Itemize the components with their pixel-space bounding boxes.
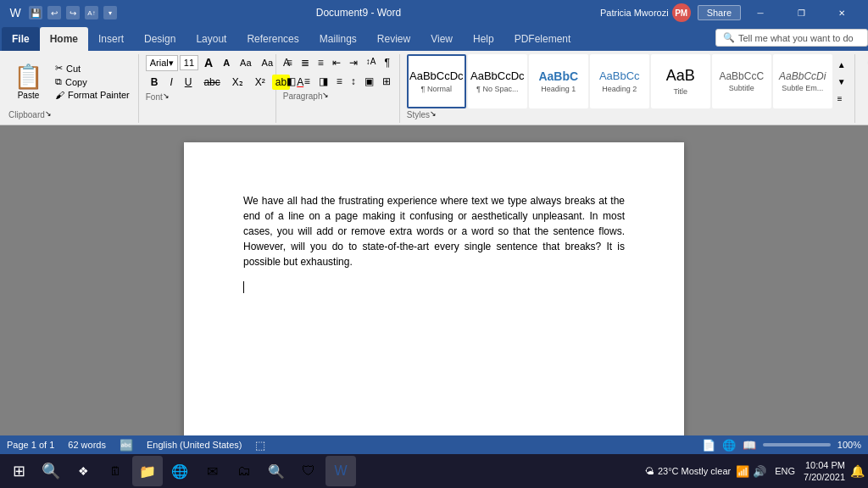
line-spacing-button[interactable]: ↕ [348,73,359,90]
paragraph-expand[interactable]: ↘ [322,91,329,99]
cut-button[interactable]: ✂ Cut [52,62,133,75]
tab-pdfelement[interactable]: PDFelement [504,27,581,51]
tab-home[interactable]: Home [40,27,88,51]
find-button[interactable]: 🔍 Find ▾ [862,57,868,72]
superscript-button[interactable]: X² [250,74,270,91]
network-icon[interactable]: 📶 [736,465,749,478]
view-web-icon[interactable]: 🌐 [722,439,736,452]
case-button[interactable]: Aa [258,56,277,69]
style-heading2[interactable]: AaBbCc Heading 2 [590,54,649,108]
style-scroll-more[interactable]: ≡ [836,92,848,105]
style-scroll-down[interactable]: ▼ [836,75,848,88]
document-page[interactable]: We have all had the frustrating experien… [184,142,684,435]
document-content[interactable]: We have all had the frustrating experien… [243,193,625,269]
replace-button[interactable]: ↔ Replace [862,74,868,89]
font-controls: Arial ▾ 11 A A Aa Aa A B I U abc X₂ X² a… [146,54,270,91]
increase-indent-button[interactable]: ⇥ [346,54,361,71]
font-expand[interactable]: ↘ [163,92,170,100]
subscript-button[interactable]: X₂ [227,74,248,91]
align-right-button[interactable]: ◨ [315,73,331,90]
autoformat-quickbtn[interactable]: A↑ [85,6,98,19]
style-normal[interactable]: AaBbCcDc ¶ Normal [407,54,466,108]
align-center-button[interactable]: ≡ [301,73,314,90]
paste-icon: 📋 [14,63,43,91]
font-grow-button[interactable]: A [200,54,217,71]
word-taskbar-button[interactable]: W [326,456,356,486]
view-read-icon[interactable]: 📖 [743,439,756,452]
style-scroll-up[interactable]: ▲ [836,58,848,71]
tell-me-box[interactable]: 🔍 Tell me what you want to do [715,29,868,47]
multilevel-button[interactable]: ≡ [314,54,327,71]
style-heading1[interactable]: AaBbC Heading 1 [529,54,588,108]
bold-button[interactable]: B [146,74,164,91]
style-subtitle[interactable]: AaBbCcC Subtitle [712,54,771,108]
strikethrough-button[interactable]: abc [198,74,225,91]
clipboard-expand[interactable]: ↘ [45,109,52,118]
redo-quickbtn[interactable]: ↪ [66,6,80,19]
quickaccess-more[interactable]: ▾ [103,6,117,19]
format-painter-button[interactable]: 🖌 Format Painter [52,89,133,101]
document-area[interactable]: We have all had the frustrating experien… [0,125,868,435]
start-button[interactable]: ⊞ [3,456,34,486]
tab-references[interactable]: References [236,27,309,51]
macro-icon: ⬚ [255,439,265,452]
search2-button[interactable]: 🔍 [261,456,292,486]
speaker-icon[interactable]: 🔊 [753,465,766,478]
select-button[interactable]: ⬚ Select ▾ [862,91,868,106]
paste-button[interactable]: 📋 Paste [8,61,48,102]
style-subtleemphasis[interactable]: AaBbCcDi Subtle Em... [773,54,832,108]
tab-help[interactable]: Help [463,27,504,51]
font-size-selector[interactable]: 11 [180,55,198,70]
bullets-button[interactable]: ≡ [283,54,296,71]
files-button[interactable]: 🗂 [229,456,259,486]
ribbon-tabs: File Home Insert Design Layout Reference… [0,25,868,51]
avatar[interactable]: PM [672,3,691,22]
notification-button[interactable]: 🔔 [850,464,865,478]
format-painter-icon: 🖌 [55,90,64,100]
tab-mailings[interactable]: Mailings [309,27,367,51]
mail-button[interactable]: ✉ [197,456,227,486]
tab-file[interactable]: File [2,27,40,51]
tab-review[interactable]: Review [367,27,420,51]
save-quickbtn[interactable]: 💾 [29,6,42,19]
align-left-button[interactable]: ◧ [283,73,299,90]
restore-button[interactable]: ❐ [782,0,821,25]
numbering-button[interactable]: ≣ [298,54,313,71]
font-shrink-button[interactable]: A [219,56,234,69]
language-button[interactable]: ENG [771,464,798,478]
underline-button[interactable]: U [180,74,198,91]
tab-layout[interactable]: Layout [186,27,236,51]
borders-button[interactable]: ⊞ [379,73,394,90]
decrease-indent-button[interactable]: ⇤ [329,54,344,71]
view-print-icon[interactable]: 📄 [702,439,715,452]
style-nospacing[interactable]: AaBbCcDc ¶ No Spac... [468,54,527,108]
font-name-selector[interactable]: Arial ▾ [146,55,178,71]
styles-expand[interactable]: ↘ [430,109,437,118]
tab-view[interactable]: View [420,27,463,51]
minimize-button[interactable]: ─ [741,0,780,25]
tab-design[interactable]: Design [134,27,186,51]
search-button[interactable]: 🔍 [36,456,66,486]
tab-insert[interactable]: Insert [88,27,134,51]
copy-button[interactable]: ⧉ Copy [52,75,133,88]
edge-button[interactable]: 🌐 [164,456,195,486]
shading-button[interactable]: ▣ [361,73,377,90]
taskview-button[interactable]: ❖ [68,456,98,486]
date-display: 7/20/2021 [804,471,845,483]
justify-button[interactable]: ≡ [333,73,346,90]
document-title: Document9 - Word [117,7,600,19]
cut-label: Cut [66,64,81,74]
explorer-button[interactable]: 📁 [132,456,163,486]
clear-format-button[interactable]: Aa [236,56,255,69]
italic-button[interactable]: I [164,74,177,91]
sort-button[interactable]: ↕A [363,54,380,71]
widgets-button[interactable]: 🗓 [100,456,131,486]
show-hide-button[interactable]: ¶ [381,54,392,71]
undo-quickbtn[interactable]: ↩ [47,6,61,19]
security-button[interactable]: 🛡 [293,456,324,486]
zoom-slider[interactable] [763,443,831,446]
style-nospacing-preview: AaBbCcDc [470,69,525,83]
style-title[interactable]: AaB Title [651,54,710,108]
close-button[interactable]: ✕ [822,0,861,25]
share-button[interactable]: Share [698,5,741,20]
